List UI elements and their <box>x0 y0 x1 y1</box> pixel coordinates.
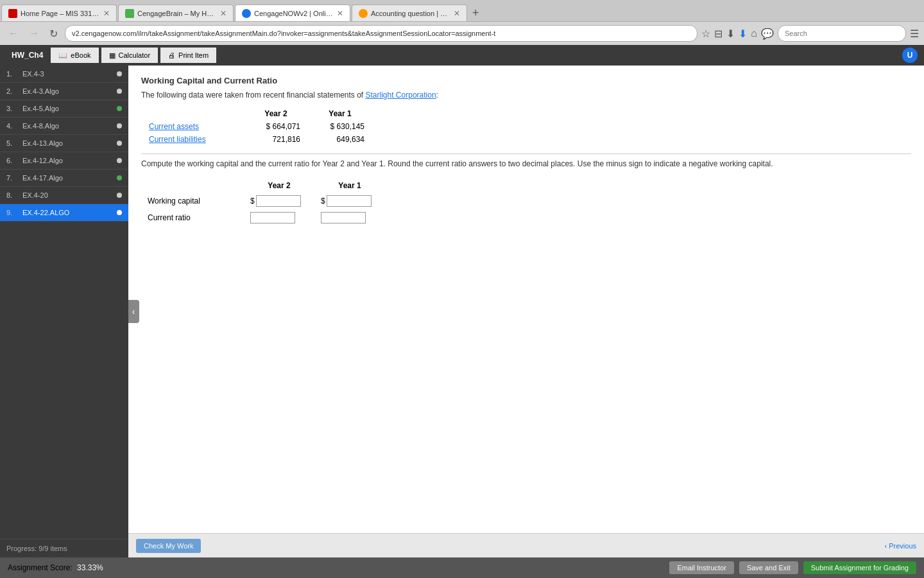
tab-close-1[interactable]: ✕ <box>103 9 110 18</box>
tab-3[interactable]: CengageNOWv2 | Online t... ✕ <box>235 4 350 21</box>
submit-assignment-button[interactable]: Submit Assignment for Grading <box>803 561 916 574</box>
sidebar-item-label-6: Ex.4-12.Algo <box>22 157 117 164</box>
subtitle-post: : <box>436 91 438 100</box>
new-tab-button[interactable]: + <box>467 4 484 21</box>
tab-bar: Home Page – MIS 3310 26... ✕ CengageBrai… <box>0 0 924 22</box>
sidebar-item-7[interactable]: 7. Ex.4-17.Algo <box>0 170 128 187</box>
prev-icon: ‹ <box>885 542 887 550</box>
tab-close-3[interactable]: ✕ <box>337 9 343 18</box>
save-and-exit-button[interactable]: Save and Exit <box>739 561 798 574</box>
sidebar-item-number-2: 2. <box>6 87 19 95</box>
tab-close-4[interactable]: ✕ <box>454 9 460 18</box>
subtitle-pre: The following data were taken from recen… <box>141 91 366 100</box>
row2-year1: 649,634 <box>308 133 372 146</box>
sidebar-item-1[interactable]: 1. EX.4-3 <box>0 66 128 83</box>
current-ratio-year2-input[interactable] <box>250 212 295 223</box>
search-input[interactable] <box>778 25 906 42</box>
sidebar-dot-4 <box>117 123 122 128</box>
sidebar-item-6[interactable]: 6. Ex.4-12.Algo <box>0 152 128 170</box>
browser-window: Home Page – MIS 3310 26... ✕ CengageBrai… <box>0 0 924 578</box>
working-capital-year2-input[interactable] <box>256 195 301 207</box>
row1-year1: $ 630,145 <box>308 120 372 133</box>
footer-score-value: 33.33% <box>77 563 103 572</box>
problem-instruction: Compute the working capital and the curr… <box>141 158 911 170</box>
tab-2[interactable]: CengageBrain – My Home ✕ <box>118 4 234 21</box>
answer-year1-cell: $ <box>314 193 385 209</box>
sidebar-item-4[interactable]: 4. Ex.4-8.Algo <box>0 118 128 135</box>
tab-favicon-3 <box>242 9 251 18</box>
problem-subtitle: The following data were taken from recen… <box>141 91 911 100</box>
address-bar: ← → ↻ ☆ ⊟ ⬇ ⬇ ⌂ 💬 ☰ <box>0 22 924 45</box>
pocket-icon[interactable]: ⬇ <box>726 28 735 40</box>
toolbar-icons: ☆ ⊟ ⬇ ⬇ ⌂ 💬 <box>701 28 774 40</box>
sidebar-dot-3 <box>117 106 122 111</box>
col-header-empty <box>141 107 244 120</box>
download-icon[interactable]: ⬇ <box>739 28 747 40</box>
content-area: ‹ Working Capital and Current Ratio The … <box>128 66 924 557</box>
calculator-label: Calculator <box>119 51 151 59</box>
row2-label[interactable]: Current liabilities <box>141 133 244 146</box>
ebook-icon: 📖 <box>58 51 67 60</box>
working-capital-year1-input[interactable] <box>327 195 372 207</box>
ebook-tab[interactable]: 📖 eBook <box>51 48 98 63</box>
sidebar-dot-2 <box>117 89 122 94</box>
sidebar-item-label-5: Ex.4-13.Algo <box>22 139 117 147</box>
email-instructor-button[interactable]: Email Instructor <box>669 561 733 574</box>
progress-text: Progress: 9/9 items <box>6 545 67 552</box>
row1-label[interactable]: Current assets <box>141 120 244 133</box>
sidebar-item-label-8: EX.4-20 <box>22 191 117 199</box>
row2-year2: 721,816 <box>244 133 308 146</box>
current-ratio-year1-input[interactable] <box>321 212 366 223</box>
print-label: Print Item <box>178 51 209 59</box>
tab-1[interactable]: Home Page – MIS 3310 26... ✕ <box>1 4 117 21</box>
sidebar-item-2[interactable]: 2. Ex.4-3.Algo <box>0 83 128 100</box>
tab-title-2: CengageBrain – My Home <box>137 10 217 17</box>
table-row: Current liabilities 721,816 649,634 <box>141 133 372 146</box>
app-header: HW_Ch4 📖 eBook ▦ Calculator 🖨 Print Item… <box>0 45 924 66</box>
answer-ratio-year1-cell <box>314 209 385 226</box>
print-tab[interactable]: 🖨 Print Item <box>160 48 216 63</box>
browser-content: HW_Ch4 📖 eBook ▦ Calculator 🖨 Print Item… <box>0 45 924 578</box>
forward-button[interactable]: → <box>26 26 42 40</box>
sidebar-item-number-9: 9. <box>6 209 19 216</box>
col-header-year1: Year 1 <box>308 107 372 120</box>
tab-4[interactable]: Accounting question | Ch... ✕ <box>352 4 467 21</box>
print-icon: 🖨 <box>168 51 175 59</box>
check-my-work-button[interactable]: Check My Work <box>136 539 201 553</box>
bookmark-icon[interactable]: ☆ <box>701 28 710 40</box>
problem-title: Working Capital and Current Ratio <box>141 76 911 85</box>
sidebar-footer: Progress: 9/9 items <box>0 539 128 557</box>
tab-title-3: CengageNOWv2 | Online t... <box>254 10 334 17</box>
working-capital-year1-wrapper: $ <box>321 195 379 207</box>
answer-row-1: Working capital $ $ <box>141 193 385 209</box>
sidebar-dot-9 <box>117 210 122 215</box>
chat-icon[interactable]: 💬 <box>761 28 774 40</box>
collapse-sidebar-button[interactable]: ‹ <box>128 300 139 323</box>
sidebar-dot-8 <box>117 193 122 198</box>
answer-col-year2: Year 2 <box>244 179 314 193</box>
calculator-tab[interactable]: ▦ Calculator <box>101 48 158 63</box>
sidebar-item-label-4: Ex.4-8.Algo <box>22 122 117 130</box>
address-input[interactable] <box>65 25 697 42</box>
reload-button[interactable]: ↻ <box>46 26 61 41</box>
home-icon[interactable]: ⌂ <box>751 28 757 39</box>
sidebar-item-5[interactable]: 5. Ex.4-13.Algo <box>0 135 128 152</box>
table-row: Current assets $ 664,071 $ 630,145 <box>141 120 372 133</box>
working-capital-year2-wrapper: $ <box>250 195 308 207</box>
sidebar-item-3[interactable]: 3. Ex.4-5.Algo <box>0 100 128 118</box>
tab-close-2[interactable]: ✕ <box>220 9 227 18</box>
dollar-sign-year2: $ <box>250 197 255 206</box>
previous-button[interactable]: ‹ Previous <box>885 542 916 550</box>
reader-icon[interactable]: ⊟ <box>714 28 723 40</box>
sidebar-item-label-3: Ex.4-5.Algo <box>22 105 117 112</box>
back-button[interactable]: ← <box>5 26 22 40</box>
menu-icon[interactable]: ☰ <box>910 28 919 40</box>
footer-actions: Email Instructor Save and Exit Submit As… <box>669 561 916 574</box>
answer-row-2: Current ratio <box>141 209 385 226</box>
sidebar-item-9[interactable]: 9. EX.4-22.ALGO <box>0 204 128 222</box>
answer-year2-cell: $ <box>244 193 314 209</box>
sidebar-item-number-8: 8. <box>6 191 19 199</box>
row1-year2: $ 664,071 <box>244 120 308 133</box>
sidebar-item-8[interactable]: 8. EX.4-20 <box>0 187 128 204</box>
company-name-link[interactable]: Starlight Corporation <box>366 91 436 100</box>
